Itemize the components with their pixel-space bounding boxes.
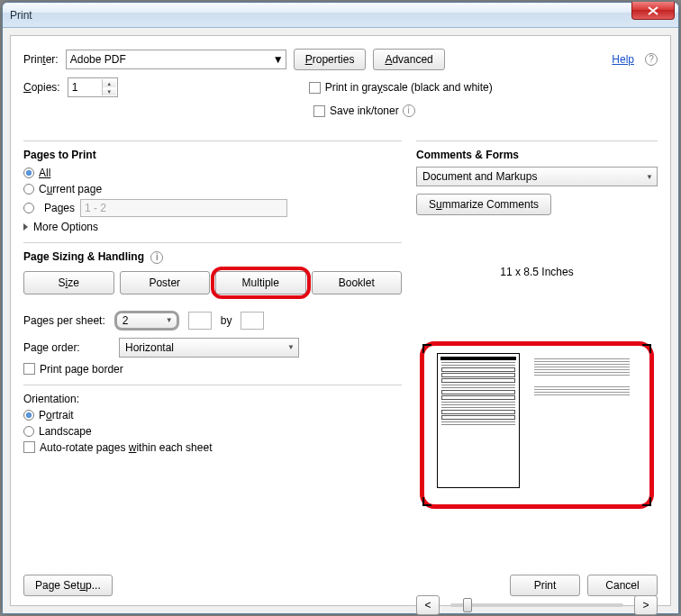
radio-landscape[interactable] [23,426,34,437]
radio-pages-label: Pages [44,202,75,214]
copies-label: Copies: [23,81,60,94]
chevron-down-icon: ▼ [287,343,295,351]
pages-per-sheet-select[interactable]: 2 ▼ [114,311,179,331]
preview-prev-button[interactable]: < [416,595,440,615]
comments-select[interactable]: Document and Markups ▼ [416,167,658,186]
crop-mark-icon [642,497,651,506]
thumbnail-page-1 [437,353,520,488]
pages-per-sheet-label: Pages per sheet: [23,314,105,327]
pages-to-print-header: Pages to Print [23,149,402,161]
preview-slider[interactable] [450,603,623,607]
radio-all[interactable] [23,168,34,178]
titlebar[interactable]: Print [3,3,678,28]
info-icon[interactable]: i [403,104,415,117]
radio-portrait-label: Portrait [39,409,74,421]
radio-all-row[interactable]: All [23,167,402,179]
saveink-label: Save ink/toner [330,104,399,117]
page-order-select[interactable]: Horizontal ▼ [119,338,299,358]
advanced-button[interactable]: Advanced [373,49,444,70]
window-title: Print [10,9,32,22]
triangle-right-icon [23,223,28,231]
info-icon[interactable]: i [150,251,163,264]
printer-select[interactable]: Adobe PDF ▼ [66,50,286,69]
autorotate-checkbox[interactable] [23,441,35,453]
chevron-right-icon: > [642,599,649,611]
dialog-body: Printer: Adobe PDF ▼ Properties Advanced… [10,35,671,606]
print-border-checkbox[interactable] [23,363,35,375]
close-button[interactable] [631,2,675,20]
page-order-label: Page order: [23,341,110,354]
radio-landscape-label: Landscape [39,425,92,438]
tab-size[interactable]: Size [23,271,114,294]
page-setup-button[interactable]: Page Setup... [23,575,113,596]
pages-range-input[interactable]: 1 - 2 [80,199,287,217]
left-column: Pages to Print All Current page Pages 1 … [23,131,402,616]
radio-pages-row[interactable]: Pages 1 - 2 [23,199,402,217]
autorotate-label: Auto-rotate pages within each sheet [40,441,212,454]
copies-input[interactable]: 1 ▲▼ [68,77,118,97]
right-column: Comments & Forms Document and Markups ▼ … [416,131,658,616]
radio-portrait-row[interactable]: Portrait [23,409,402,421]
radio-portrait[interactable] [23,410,34,421]
print-dialog: Print Printer: Adobe PDF ▼ Properties Ad… [2,2,679,614]
help-link[interactable]: Help [612,53,634,66]
radio-landscape-row[interactable]: Landscape [23,425,402,438]
radio-current-row[interactable]: Current page [23,183,402,195]
preview-next-button[interactable]: > [634,595,658,615]
thumbnail-page-2 [532,353,631,488]
cancel-button[interactable]: Cancel [587,575,658,596]
chevron-down-icon: ▼ [273,53,284,66]
comments-header: Comments & Forms [416,149,658,161]
spinner-up-icon[interactable]: ▲ [102,79,116,87]
preview-dimensions: 11 x 8.5 Inches [416,266,658,278]
pps-custom-x[interactable] [188,312,212,330]
printer-label: Printer: [23,53,59,66]
summarize-comments-button[interactable]: Summarize Comments [416,194,551,215]
sizing-header: Page Sizing & Handling i [23,250,402,264]
pps-custom-y[interactable] [241,312,264,330]
close-icon [648,6,658,15]
page-order-value: Horizontal [125,341,174,354]
pps-by-label: by [221,314,232,327]
preview-frame [420,341,654,509]
crop-mark-icon [642,344,651,353]
properties-button[interactable]: Properties [294,49,367,70]
radio-current-label: Current page [39,183,102,195]
radio-pages[interactable] [23,203,34,213]
copies-value: 1 [72,81,78,94]
tab-multiple[interactable]: Multiple [215,271,306,294]
saveink-check-row: Save ink/toner i [313,104,415,117]
slider-thumb[interactable] [463,598,472,612]
grayscale-checkbox[interactable] [309,82,321,94]
chevron-down-icon: ▼ [166,316,173,324]
more-options-toggle[interactable]: More Options [23,221,402,233]
chevron-down-icon: ▼ [646,173,653,181]
print-border-label: Print page border [40,363,123,376]
printer-value: Adobe PDF [70,53,126,66]
tab-booklet[interactable]: Booklet [312,271,403,294]
pages-range-placeholder: 1 - 2 [85,202,106,214]
grayscale-label: Print in grayscale (black and white) [325,81,493,94]
chevron-left-icon: < [424,599,431,611]
orientation-header: Orientation: [23,393,402,405]
crop-mark-icon [422,497,431,506]
pages-per-sheet-value: 2 [123,314,129,327]
print-button[interactable]: Print [510,575,580,596]
radio-current[interactable] [23,184,34,195]
grayscale-check-row: Print in grayscale (black and white) [309,81,493,94]
saveink-checkbox[interactable] [313,105,325,117]
preview-area: 11 x 8.5 Inches [416,266,658,590]
radio-all-label: All [39,167,50,179]
spinner-down-icon[interactable]: ▼ [102,87,116,95]
help-icon[interactable]: ? [645,53,658,66]
tab-poster[interactable]: Poster [120,271,211,294]
more-options-label: More Options [33,221,98,233]
comments-value: Document and Markups [422,170,537,183]
crop-mark-icon [422,344,431,353]
